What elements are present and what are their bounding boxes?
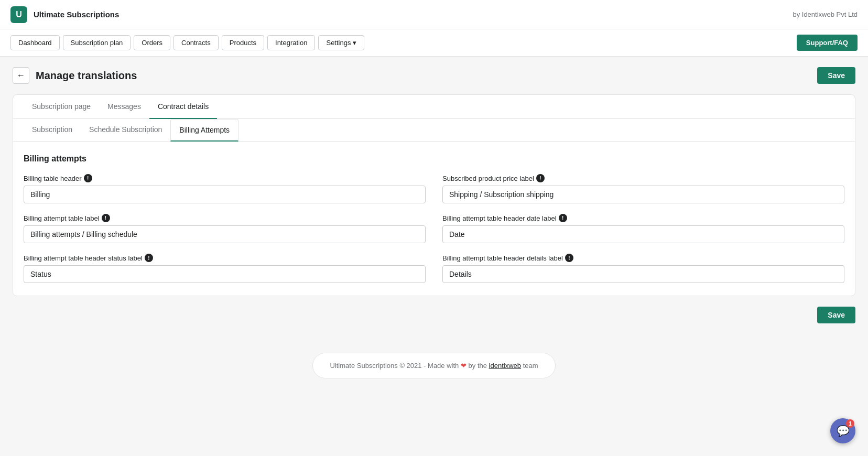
nav-subscription-plan[interactable]: Subscription plan xyxy=(63,35,131,50)
field-subscribed-product-price-label-label: Subscribed product price label ! xyxy=(442,174,844,182)
main-content: ← Manage translations Save Subscription … xyxy=(0,57,868,389)
section-title: Billing attempts xyxy=(24,154,844,164)
footer-text-after-heart: by the xyxy=(469,362,489,370)
app-icon: U xyxy=(10,6,27,23)
identixweb-link[interactable]: identixweb xyxy=(489,362,521,370)
field-subscribed-product-price-label: Subscribed product price label ! xyxy=(442,174,844,203)
billing-table-header-input[interactable] xyxy=(24,186,426,203)
nav-settings[interactable]: Settings ▾ xyxy=(318,35,364,50)
info-icon-billing-attempt-details[interactable]: ! xyxy=(565,254,573,262)
page-header-left: ← Manage translations xyxy=(13,67,137,84)
footer-text-before-heart: Ultimate Subscriptions © 2021 - Made wit… xyxy=(330,362,460,370)
nav-bar: Dashboard Subscription plan Orders Contr… xyxy=(0,29,868,57)
tabs-level1: Subscription page Messages Contract deta… xyxy=(13,95,855,119)
nav-contracts[interactable]: Contracts xyxy=(173,35,219,50)
form-grid: Billing table header ! Subscribed produc… xyxy=(24,174,844,283)
billing-attempt-date-input[interactable] xyxy=(442,225,844,243)
billing-attempt-table-label-input[interactable] xyxy=(24,225,426,243)
save-button-bottom[interactable]: Save xyxy=(817,307,855,323)
nav-dashboard[interactable]: Dashboard xyxy=(10,35,60,50)
tab-schedule-subscription[interactable]: Schedule Subscription xyxy=(81,119,170,142)
tab-contract-details[interactable]: Contract details xyxy=(149,95,217,119)
billing-attempt-status-input[interactable] xyxy=(24,265,426,283)
back-button[interactable]: ← xyxy=(13,67,29,84)
tab-billing-attempts[interactable]: Billing Attempts xyxy=(170,119,238,142)
app-branding: U Ultimate Subscriptions xyxy=(10,6,119,23)
field-billing-attempt-date-label-label: Billing attempt table header date label … xyxy=(442,214,844,222)
byline: by Identixweb Pvt Ltd xyxy=(793,10,858,18)
footer-wrap: Ultimate Subscriptions © 2021 - Made wit… xyxy=(13,336,855,378)
nav-products[interactable]: Products xyxy=(222,35,264,50)
field-billing-attempt-details-label: Billing attempt table header details lab… xyxy=(442,254,844,283)
nav-orders[interactable]: Orders xyxy=(134,35,170,50)
tab-messages[interactable]: Messages xyxy=(99,95,149,119)
subscribed-product-price-input[interactable] xyxy=(442,186,844,203)
main-card: Subscription page Messages Contract deta… xyxy=(13,94,855,296)
tab-subscription-page[interactable]: Subscription page xyxy=(24,95,99,119)
tabs-level2: Subscription Schedule Subscription Billi… xyxy=(13,119,855,142)
bottom-save-area: Save xyxy=(13,307,855,323)
field-billing-attempt-date-label: Billing attempt table header date label … xyxy=(442,214,844,243)
tab-subscription[interactable]: Subscription xyxy=(24,119,81,142)
save-button-top[interactable]: Save xyxy=(817,67,855,84)
footer-text-end: team xyxy=(523,362,538,370)
page-header: ← Manage translations Save xyxy=(13,67,855,84)
info-icon-billing-attempt-date[interactable]: ! xyxy=(559,214,567,222)
field-billing-attempt-details-label-label: Billing attempt table header details lab… xyxy=(442,254,844,262)
top-bar: U Ultimate Subscriptions by Identixweb P… xyxy=(0,0,868,29)
nav-integration[interactable]: Integration xyxy=(267,35,315,50)
app-title: Ultimate Subscriptions xyxy=(34,10,119,19)
info-icon-billing-attempt-status[interactable]: ! xyxy=(145,254,153,262)
billing-attempt-details-input[interactable] xyxy=(442,265,844,283)
field-billing-attempt-status-label: Billing attempt table header status labe… xyxy=(24,254,426,283)
chevron-down-icon: ▾ xyxy=(353,39,356,47)
support-faq-button[interactable]: Support/FAQ xyxy=(797,35,858,51)
field-billing-attempt-table-label-label: Billing attempt table label ! xyxy=(24,214,426,222)
field-billing-table-header-label: Billing table header ! xyxy=(24,174,426,182)
field-billing-attempt-table-label: Billing attempt table label ! xyxy=(24,214,426,243)
section-content: Billing attempts Billing table header ! … xyxy=(13,142,855,296)
nav-items: Dashboard Subscription plan Orders Contr… xyxy=(10,35,364,50)
info-icon-billing-attempt-table-label[interactable]: ! xyxy=(102,214,110,222)
footer-text: Ultimate Subscriptions © 2021 - Made wit… xyxy=(312,353,555,378)
field-billing-table-header: Billing table header ! xyxy=(24,174,426,203)
field-billing-attempt-status-label-label: Billing attempt table header status labe… xyxy=(24,254,426,262)
heart-icon: ❤ xyxy=(461,362,466,370)
info-icon-subscribed-product-price[interactable]: ! xyxy=(536,174,545,182)
page-title: Manage translations xyxy=(36,70,137,82)
info-icon-billing-table-header[interactable]: ! xyxy=(84,174,92,182)
